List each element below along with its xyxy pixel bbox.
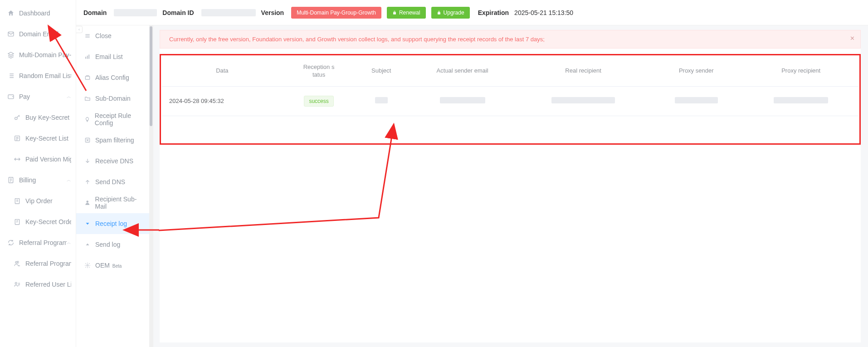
sidebar-item-label: Key-Secret List	[25, 135, 71, 142]
submenu-item-receiptlog[interactable]: Receipt log	[76, 213, 153, 234]
sidebar-item-random-email[interactable]: Random Email List	[0, 65, 76, 86]
refresh-icon	[7, 239, 15, 246]
caret-down-icon	[84, 220, 91, 227]
layers-icon	[7, 51, 15, 59]
submenu-item-label: Recipient Sub-Mail	[95, 195, 146, 210]
table-header: Data	[162, 56, 283, 86]
submenu-item-email-list[interactable]: Email List	[76, 46, 153, 67]
sidebar-item-label: Key-Secret Order	[25, 218, 71, 225]
sidebar-item-referred-users[interactable]: Referred User List	[0, 274, 76, 295]
order2-icon	[14, 218, 21, 225]
sidebar-item-ks-order[interactable]: Key-Secret Order	[0, 211, 76, 232]
sidebar-item-label: Multi-Domain Pay-Group	[19, 51, 71, 59]
collapse-handle[interactable]: ‹	[76, 26, 83, 33]
submenu-item-label: Receive DNS	[95, 157, 133, 165]
cell-status: success	[283, 86, 356, 116]
table-header: Proxy recipient	[743, 56, 858, 86]
sidebar-item-buy-key[interactable]: Buy Key-Secret	[0, 107, 76, 128]
header-domain-label: Domain	[83, 9, 107, 16]
chevron-up-icon: ︿	[67, 239, 71, 246]
table-row: 2024-05-28 09:45:32success	[162, 86, 858, 116]
sidebar-item-key-list[interactable]: Key-Secret List	[0, 128, 76, 149]
close-icon[interactable]: ✕	[850, 35, 855, 42]
submenu-item-subdomain[interactable]: Sub-Domain	[76, 88, 153, 109]
renewal-button[interactable]: Renewal	[387, 7, 426, 19]
submenu-item-submail[interactable]: Recipient Sub-Mail	[76, 192, 153, 213]
sidebar-item-multi-domain[interactable]: Multi-Domain Pay-Group	[0, 44, 76, 65]
sidebar-item-dashboard[interactable]: Dashboard	[0, 3, 76, 24]
svg-rect-11	[88, 54, 89, 59]
submenu-item-rule[interactable]: Receipt Rule Config	[76, 109, 153, 130]
sidebar-item-billing[interactable]: Billing︿	[0, 170, 76, 191]
cell-subject	[355, 86, 407, 116]
table-header: Proxy sender	[649, 56, 743, 86]
svg-point-14	[87, 200, 89, 203]
header-expiration-label: Expiration	[478, 9, 509, 16]
lock-icon	[437, 10, 441, 15]
submenu-item-label: Send log	[95, 241, 120, 248]
svg-point-8	[15, 282, 17, 284]
key-icon	[14, 114, 21, 121]
table-header: Reception s tatus	[283, 56, 356, 86]
mail-icon	[7, 30, 15, 38]
submenu-item-alias[interactable]: Alias Config	[76, 67, 153, 88]
lock-icon	[392, 10, 397, 15]
submenu-item-close[interactable]: Close	[76, 25, 153, 46]
submenu-item-spam[interactable]: Spam filtering	[76, 130, 153, 151]
order-icon	[14, 197, 21, 205]
submenu-item-label: Send DNS	[95, 178, 125, 186]
sidebar-item-label: Referral Program	[25, 260, 71, 267]
svg-point-2	[15, 117, 17, 119]
wallet-icon	[7, 93, 15, 100]
svg-rect-12	[85, 76, 89, 79]
scrollbar[interactable]	[149, 25, 153, 347]
list-icon	[7, 72, 15, 79]
submenu-item-label: OEM Beta	[95, 262, 122, 269]
table-header: Real recipient	[517, 56, 649, 86]
sidebar-item-vip-order[interactable]: Vip Order	[0, 191, 76, 211]
sidebar-item-paid-migration[interactable]: Paid Version Migration	[0, 149, 76, 170]
header-domain-value	[114, 9, 157, 16]
caret-up-icon	[84, 241, 91, 248]
menu-icon	[84, 33, 91, 39]
cell-proxy-recipient	[743, 86, 858, 116]
up-icon	[84, 179, 91, 185]
sidebar-item-label: Buy Key-Secret	[25, 114, 71, 121]
sidebar-item-label: Referred User List	[25, 281, 71, 288]
alert-text: Currently, only the free version, Founda…	[169, 36, 545, 43]
submenu-item-label: Sub-Domain	[95, 95, 131, 102]
list2-icon	[14, 135, 21, 142]
chevron-up-icon: ︿	[67, 177, 71, 183]
sidebar-item-label: Billing	[19, 176, 67, 184]
svg-point-15	[87, 264, 88, 266]
bulb-icon	[84, 116, 90, 122]
userlist-icon	[14, 281, 21, 288]
sidebar-mid: CloseEmail ListAlias ConfigSub-DomainRec…	[76, 25, 153, 347]
folder-icon	[84, 95, 91, 102]
alert-banner: Currently, only the free version, Founda…	[160, 30, 861, 49]
chevron-up-icon: ︿	[67, 93, 71, 100]
submenu-item-label: Spam filtering	[95, 137, 134, 144]
sidebar-item-pay[interactable]: Pay︿	[0, 86, 76, 107]
sidebar-item-referral-prog[interactable]: Referral Program	[0, 253, 76, 274]
submenu-item-label: Receipt Rule Config	[95, 112, 146, 127]
home-icon	[7, 10, 15, 17]
bars-icon	[84, 54, 91, 60]
submenu-item-oem[interactable]: OEM Beta	[76, 255, 153, 276]
submenu-item-recvdns[interactable]: Receive DNS	[76, 151, 153, 171]
cell-real-recipient	[517, 86, 649, 116]
submenu-item-label: Alias Config	[95, 74, 129, 81]
sidebar-item-referral[interactable]: Referral Program︿	[0, 232, 76, 253]
sidebar-left: DashboardDomain EmailMulti-Domain Pay-Gr…	[0, 0, 76, 347]
sidebar-item-label: Domain Email	[19, 30, 71, 38]
header-domainid-label: Domain ID	[162, 9, 194, 16]
gear-icon	[84, 262, 91, 269]
submenu-item-sendlog[interactable]: Send log	[76, 234, 153, 255]
upgrade-button[interactable]: Upgrade	[431, 7, 470, 19]
cell-data: 2024-05-28 09:45:32	[162, 86, 283, 116]
receipt-log-table-highlight: DataReception s tatusSubjectActual sende…	[160, 54, 861, 145]
header-version-label: Version	[261, 9, 284, 16]
status-badge: success	[304, 96, 333, 107]
sidebar-item-domain-email[interactable]: Domain Email	[0, 24, 76, 44]
submenu-item-senddns[interactable]: Send DNS	[76, 171, 153, 192]
